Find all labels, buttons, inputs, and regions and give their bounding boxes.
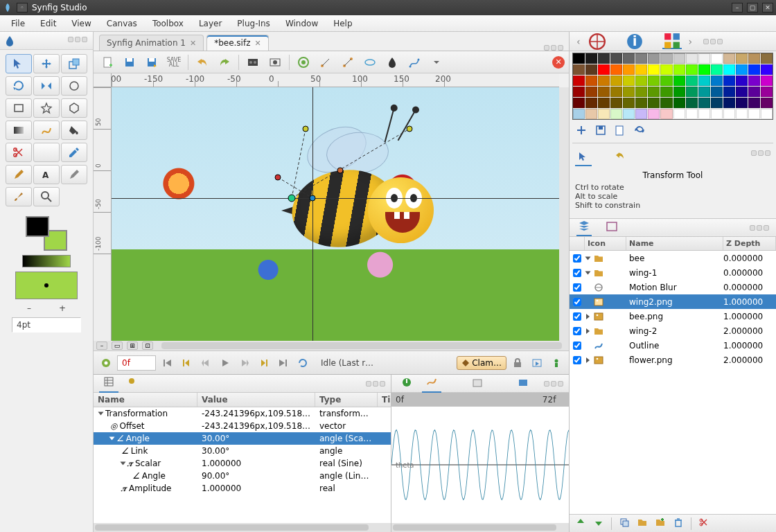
palette-swatch[interactable]: [736, 76, 748, 86]
canvas-viewport[interactable]: [112, 87, 559, 341]
timetrack-tab[interactable]: [397, 375, 416, 392]
palette-swatch[interactable]: [698, 98, 710, 108]
toolbar-overflow-button[interactable]: [427, 53, 446, 71]
palette-swatch[interactable]: [723, 76, 735, 86]
stroke-width-input[interactable]: [12, 317, 81, 332]
palette-swatch[interactable]: [573, 87, 585, 97]
layer-delete-button[interactable]: [673, 517, 684, 530]
param-row[interactable]: ∠Link30.00°angle: [94, 445, 391, 457]
palette-swatch[interactable]: [623, 64, 635, 75]
palette-grid[interactable]: [572, 53, 773, 120]
minimize-button[interactable]: –: [732, 3, 743, 12]
zoom-in-button[interactable]: ⊡: [142, 342, 153, 350]
keyframe-lock-button[interactable]: [509, 355, 526, 371]
menu-help[interactable]: Help: [326, 17, 359, 30]
palette-swatch[interactable]: [723, 109, 735, 119]
navigator-tab[interactable]: [588, 34, 607, 49]
palette-swatch[interactable]: [635, 64, 647, 75]
palette-swatch[interactable]: [748, 98, 760, 108]
palette-add-button[interactable]: [575, 124, 588, 139]
layers-tab[interactable]: [576, 219, 592, 236]
tool-polygon[interactable]: [61, 98, 87, 118]
palette-swatch[interactable]: [648, 53, 660, 64]
layer-group-button[interactable]: [637, 517, 648, 530]
palette-swatch[interactable]: [573, 76, 585, 86]
palette-swatch[interactable]: [598, 76, 610, 86]
palette-swatch[interactable]: [748, 64, 760, 75]
tool-draw[interactable]: [6, 165, 32, 184]
animation-mode-button[interactable]: [98, 355, 114, 371]
palette-swatch[interactable]: [736, 98, 748, 108]
seek-next-frame-button[interactable]: [236, 355, 253, 371]
save-all-button[interactable]: SAVE ALL: [164, 53, 184, 71]
palette-swatch[interactable]: [723, 87, 735, 97]
palette-swatch[interactable]: [585, 76, 597, 86]
layer-row[interactable]: bee.png1.000000: [570, 309, 776, 323]
menu-toolbox[interactable]: Toolbox: [146, 17, 191, 30]
curve-editor[interactable]: theta: [391, 407, 569, 523]
palette-swatch[interactable]: [623, 109, 635, 119]
palette-swatch[interactable]: [598, 98, 610, 108]
palette-save-button[interactable]: [594, 124, 607, 139]
layers-col-icon[interactable]: Icon: [585, 237, 626, 250]
redo-button[interactable]: [215, 53, 234, 71]
menu-file[interactable]: File: [4, 17, 32, 30]
palette-open-button[interactable]: [614, 124, 626, 139]
palette-swatch[interactable]: [673, 98, 685, 108]
show-tangents-button[interactable]: [338, 53, 358, 71]
palette-swatch[interactable]: [711, 76, 723, 86]
palette-swatch[interactable]: [635, 109, 647, 119]
tool-gradient[interactable]: [6, 121, 32, 140]
palette-swatch[interactable]: [660, 64, 672, 75]
palette-swatch[interactable]: [585, 109, 597, 119]
palette-swatch[interactable]: [660, 53, 672, 64]
tabs-next-button[interactable]: ›: [686, 36, 696, 47]
palette-refresh-button[interactable]: [633, 124, 646, 139]
palette-swatch[interactable]: [573, 64, 585, 75]
save-button[interactable]: [120, 53, 139, 71]
layer-row[interactable]: bee0.000000: [570, 251, 776, 265]
palette-swatch[interactable]: [711, 109, 723, 119]
palette-swatch[interactable]: [623, 76, 635, 86]
show-handles-button[interactable]: [316, 53, 335, 71]
menu-layer[interactable]: Layer: [192, 17, 229, 30]
layer-visibility-checkbox[interactable]: [573, 312, 581, 321]
params-tab[interactable]: [99, 374, 118, 393]
palette-swatch[interactable]: [635, 53, 647, 64]
layers-col-zdepth[interactable]: Z Depth: [723, 237, 776, 250]
palette-swatch[interactable]: [648, 76, 660, 86]
increase-button[interactable]: +: [59, 303, 66, 313]
tool-rectangle[interactable]: [6, 98, 32, 118]
tabs-prev-button[interactable]: ‹: [574, 36, 583, 47]
palette-swatch[interactable]: [673, 76, 685, 86]
preview-button[interactable]: [265, 53, 285, 71]
seek-next-key-button[interactable]: [256, 355, 272, 371]
children-tab[interactable]: [513, 375, 533, 392]
zoom-grid-button[interactable]: ⊞: [127, 342, 138, 350]
undo-button[interactable]: [193, 53, 212, 71]
history-tab[interactable]: [468, 375, 487, 392]
tool-star[interactable]: [33, 98, 60, 118]
window-menu-button[interactable]: ◦: [17, 3, 28, 12]
layer-visibility-checkbox[interactable]: [573, 342, 581, 350]
palette-swatch[interactable]: [573, 53, 585, 64]
palette-swatch[interactable]: [598, 64, 610, 75]
palette-swatch[interactable]: [610, 53, 622, 64]
fill-swatch[interactable]: [15, 272, 78, 299]
close-window-button[interactable]: ✕: [762, 3, 773, 12]
palette-swatch[interactable]: [635, 76, 647, 86]
palette-swatch[interactable]: [698, 53, 710, 64]
new-file-button[interactable]: [98, 53, 117, 71]
layer-duplicate-button[interactable]: [619, 517, 630, 530]
seek-end-button[interactable]: [275, 355, 292, 371]
tool-scale[interactable]: [61, 54, 87, 73]
layer-new-button[interactable]: [655, 517, 666, 530]
tool-mirror[interactable]: [33, 76, 60, 96]
palette-tab[interactable]: [662, 34, 682, 49]
params-col-name[interactable]: Name: [94, 393, 197, 407]
palette-swatch[interactable]: [648, 98, 660, 108]
dock-grip[interactable]: [751, 150, 770, 166]
layer-row[interactable]: wing-22.000000: [570, 323, 776, 338]
menu-view[interactable]: View: [64, 17, 98, 30]
palette-swatch[interactable]: [761, 87, 773, 97]
